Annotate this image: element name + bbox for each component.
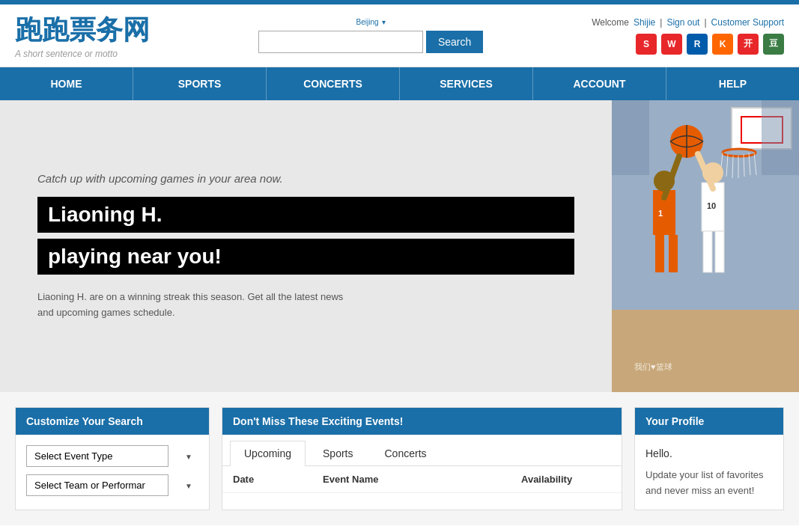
hero-title2: playing near you! bbox=[37, 239, 574, 275]
nav-account[interactable]: ACCOUNT bbox=[533, 67, 666, 100]
search-row: Search bbox=[258, 31, 483, 53]
svg-rect-16 bbox=[655, 235, 664, 272]
team-wrapper: Select Team or Performance Liaoning H. B… bbox=[26, 474, 198, 496]
hero-left: Catch up with upcoming games in your are… bbox=[0, 100, 612, 392]
team-arrow-icon: ▼ bbox=[185, 481, 192, 489]
nav-sports[interactable]: SPORTS bbox=[133, 67, 267, 100]
header-top-row: Welcome Shijie | Sign out | Customer Sup… bbox=[592, 17, 784, 28]
profile-body: Hello. Update your list of favorites and… bbox=[635, 435, 783, 510]
header-right: Welcome Shijie | Sign out | Customer Sup… bbox=[592, 17, 784, 55]
kai-icon[interactable]: 开 bbox=[738, 34, 759, 55]
city-arrow-icon: ▾ bbox=[382, 18, 386, 26]
svg-rect-17 bbox=[669, 235, 678, 272]
logo-area: 跑跑票务网 A short sentence or motto bbox=[15, 12, 150, 59]
profile-message: Update your list of favorites and never … bbox=[645, 468, 773, 499]
col-avail-header: Availability bbox=[521, 474, 611, 485]
social-icons: S W R K 开 豆 bbox=[636, 34, 784, 55]
separator2: | bbox=[704, 17, 706, 28]
hero-title1: Liaoning H. bbox=[37, 197, 574, 233]
profile-box: Your Profile Hello. Update your list of … bbox=[634, 407, 784, 510]
customize-search-box: Customize Your Search Select Event Type … bbox=[15, 407, 210, 510]
nav-concerts[interactable]: CONCERTS bbox=[267, 67, 400, 100]
svg-text:1: 1 bbox=[658, 209, 663, 218]
event-type-arrow-icon: ▼ bbox=[185, 452, 192, 460]
sina-weibo-icon[interactable]: S bbox=[636, 34, 657, 55]
search-area: Beijing ▾ Search bbox=[258, 18, 483, 53]
hero-right: 我们♥篮球 1 10 bbox=[612, 100, 799, 392]
svg-rect-20 bbox=[703, 231, 712, 272]
signout-link[interactable]: Sign out bbox=[666, 17, 699, 28]
weibo-icon[interactable]: W bbox=[661, 34, 682, 55]
profile-hello: Hello. bbox=[645, 445, 773, 462]
svg-rect-24 bbox=[612, 100, 649, 175]
event-type-select[interactable]: Select Event Type Sports Concerts Theate… bbox=[26, 445, 168, 467]
svg-text:我们♥篮球: 我们♥篮球 bbox=[634, 362, 672, 371]
customize-search-header: Customize Your Search bbox=[16, 408, 209, 435]
customize-search-body: Select Event Type Sports Concerts Theate… bbox=[16, 435, 209, 507]
profile-header: Your Profile bbox=[635, 408, 783, 435]
city-label: Beijing bbox=[356, 18, 379, 26]
bottom-section: Customize Your Search Select Event Type … bbox=[0, 392, 799, 525]
events-header: Don't Miss These Exciting Events! bbox=[222, 408, 622, 435]
col-name-header: Event Name bbox=[323, 474, 521, 485]
events-box: Don't Miss These Exciting Events! Upcomi… bbox=[222, 407, 622, 510]
search-input[interactable] bbox=[258, 31, 423, 53]
svg-text:10: 10 bbox=[707, 201, 716, 210]
hero-tagline: Catch up with upcoming games in your are… bbox=[37, 172, 574, 185]
nav-home[interactable]: HOME bbox=[0, 67, 133, 100]
svg-rect-25 bbox=[762, 100, 799, 175]
username-link[interactable]: Shijie bbox=[634, 17, 655, 28]
logo-motto: A short sentence or motto bbox=[15, 49, 150, 59]
search-button[interactable]: Search bbox=[426, 31, 483, 53]
nav-help[interactable]: HELP bbox=[666, 67, 799, 100]
team-select[interactable]: Select Team or Performance Liaoning H. B… bbox=[26, 474, 168, 496]
nav: HOME SPORTS CONCERTS SERVICES ACCOUNT HE… bbox=[0, 67, 799, 100]
svg-rect-21 bbox=[715, 231, 724, 272]
svg-rect-1 bbox=[612, 310, 799, 392]
renren-icon[interactable]: R bbox=[687, 34, 708, 55]
douban-icon[interactable]: 豆 bbox=[763, 34, 784, 55]
hero-description: Liaoning H. are on a winning streak this… bbox=[37, 290, 352, 321]
events-table-header: Date Event Name Availability bbox=[222, 466, 622, 493]
customer-support-link[interactable]: Customer Support bbox=[711, 17, 784, 28]
hero: Catch up with upcoming games in your are… bbox=[0, 100, 799, 392]
tab-sports[interactable]: Sports bbox=[309, 441, 367, 465]
tab-concerts[interactable]: Concerts bbox=[371, 441, 441, 465]
logo[interactable]: 跑跑票务网 bbox=[15, 12, 150, 49]
city-selector[interactable]: Beijing ▾ bbox=[356, 18, 386, 26]
separator1: | bbox=[660, 17, 662, 28]
basketball-image: 我们♥篮球 1 10 bbox=[612, 100, 799, 392]
tab-upcoming[interactable]: Upcoming bbox=[230, 441, 306, 466]
events-tabs: Upcoming Sports Concerts bbox=[222, 435, 622, 466]
nav-services[interactable]: SERVICES bbox=[400, 67, 533, 100]
header: 跑跑票务网 A short sentence or motto Beijing … bbox=[0, 4, 799, 67]
kaixin-icon[interactable]: K bbox=[712, 34, 733, 55]
col-date-header: Date bbox=[233, 474, 323, 485]
welcome-text: Welcome bbox=[592, 17, 629, 28]
event-type-wrapper: Select Event Type Sports Concerts Theate… bbox=[26, 445, 198, 467]
